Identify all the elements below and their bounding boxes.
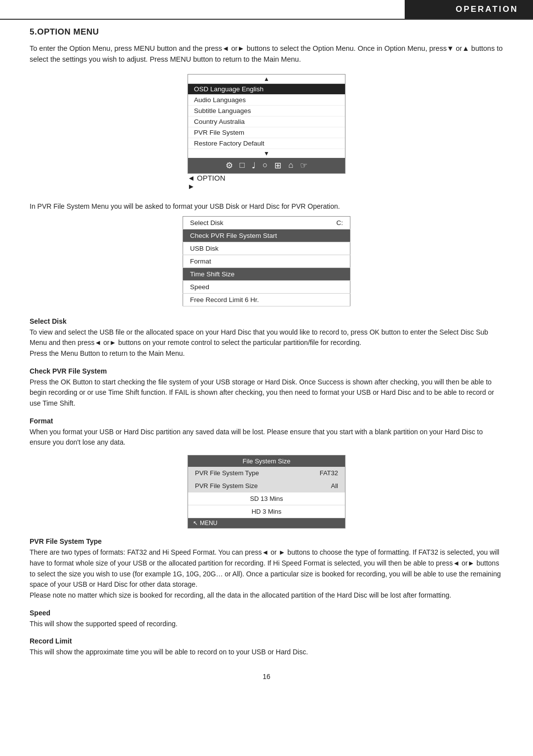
pvr-row-speed: Speed (183, 280, 350, 293)
fs-title: File System Size (188, 455, 345, 467)
option-menu-screenshot: ▲ OSD Language English Audio Languages S… (30, 74, 503, 190)
fs-table: PVR File System Type FAT32 PVR File Syst… (188, 467, 345, 518)
format-body: When you format your USB or Hard Disc pa… (30, 427, 503, 448)
pvr-row-select-disk: Select Disk C: (183, 216, 350, 229)
select-disk-label: Select Disk (30, 317, 503, 325)
fs-row-hd: HD 3 Mins (188, 505, 345, 518)
fs-cell-pvr-type-label: PVR File System Type (188, 467, 299, 480)
menu-bar-label: MENU (200, 520, 217, 527)
pvr-cell-free-record: Free Record Limit 6 Hr. (183, 293, 350, 306)
pvr-cell-speed: Speed (183, 280, 350, 293)
menu-item-audio: Audio Languages (188, 95, 345, 106)
record-limit-label: Record Limit (30, 637, 503, 645)
pvr-row-format: Format (183, 255, 350, 267)
header-title: OPERATION (456, 4, 518, 14)
menu-icon-bar: ⚙ □ ♩ ○ ⊞ ⌂ ☞ (188, 158, 345, 173)
menu-item-subtitle: Subtitle Languages (188, 106, 345, 116)
menu-item-restore: Restore Factory Default (188, 138, 345, 149)
icon-gear: ⚙ (226, 160, 233, 171)
menu-arrow-icon: ↖ (193, 520, 198, 527)
option-menu-box: ▲ OSD Language English Audio Languages S… (188, 74, 345, 174)
section-title: 5.OPTION MENU (30, 27, 503, 37)
fs-row-sd: SD 13 Mins (188, 492, 345, 505)
pvr-table: Select Disk C: Check PVR File System Sta… (183, 216, 350, 306)
main-content: 5.OPTION MENU To enter the Option Menu, … (0, 0, 533, 700)
page-number: 16 (30, 673, 503, 680)
icon-music: ♩ (252, 160, 256, 171)
menu-label-right: ► (188, 182, 345, 190)
fs-screenshot: File System Size PVR File System Type FA… (30, 455, 503, 529)
menu-item-osd: OSD Language English (188, 84, 345, 95)
pvr-fs-type-label: PVR File System Type (30, 537, 503, 545)
menu-item-pvr: PVR File System (188, 127, 345, 138)
pvr-intro-text: In PVR File System Menu you will be aske… (30, 201, 503, 212)
header-divider (0, 19, 533, 20)
pvr-cell-format: Format (183, 255, 350, 267)
pvr-cell-select-disk-value: C: (299, 216, 350, 229)
intro-text: To enter the Option Menu, press MENU but… (30, 43, 503, 65)
icon-hand: ☞ (300, 160, 307, 171)
fs-box: File System Size PVR File System Type FA… (188, 455, 345, 529)
format-label: Format (30, 417, 503, 425)
pvr-row-usb-disk: USB Disk (183, 242, 350, 255)
pvr-fs-type-body: There are two types of formats: FAT32 an… (30, 547, 503, 601)
fs-menu-bar: ↖ MENU (188, 518, 345, 528)
pvr-row-check-pvr: Check PVR File System Start (183, 229, 350, 242)
menu-items-list: OSD Language English Audio Languages Sub… (188, 83, 345, 149)
fs-cell-pvr-type-value: FAT32 (299, 467, 345, 480)
record-limit-body: This will show the approximate time you … (30, 647, 503, 658)
check-pvr-body: Press the OK Button to start checking th… (30, 377, 503, 409)
pvr-cell-usb-disk: USB Disk (183, 242, 350, 255)
menu-bottom-arrow: ▼ (188, 149, 345, 158)
icon-circle: ○ (263, 160, 267, 170)
menu-label-left: ◄ OPTION (188, 174, 345, 182)
header-bar: OPERATION (405, 0, 533, 19)
pvr-cell-check-pvr: Check PVR File System Start (183, 229, 350, 242)
speed-body: This will show the supported speed of re… (30, 619, 503, 630)
select-disk-body: To view and select the USB file or the a… (30, 327, 503, 359)
fs-row-pvr-type: PVR File System Type FAT32 (188, 467, 345, 480)
icon-home: ⌂ (288, 160, 293, 170)
pvr-menu-screenshot: Select Disk C: Check PVR File System Sta… (30, 216, 503, 306)
pvr-cell-time-shift: Time Shift Size (183, 267, 350, 280)
fs-cell-hd: HD 3 Mins (188, 505, 345, 518)
pvr-row-free-record: Free Record Limit 6 Hr. (183, 293, 350, 306)
check-pvr-label: Check PVR File System (30, 367, 503, 375)
fs-cell-pvr-size-value: All (299, 480, 345, 492)
fs-cell-sd: SD 13 Mins (188, 492, 345, 505)
icon-tv: □ (240, 160, 245, 170)
menu-top-arrow: ▲ (188, 75, 345, 83)
speed-label: Speed (30, 609, 503, 617)
pvr-cell-select-disk-label: Select Disk (183, 216, 300, 229)
fs-row-pvr-size: PVR File System Size All (188, 480, 345, 492)
icon-grid: ⊞ (274, 160, 281, 171)
pvr-row-time-shift: Time Shift Size (183, 267, 350, 280)
menu-item-country: Country Australia (188, 116, 345, 127)
fs-cell-pvr-size-label: PVR File System Size (188, 480, 299, 492)
